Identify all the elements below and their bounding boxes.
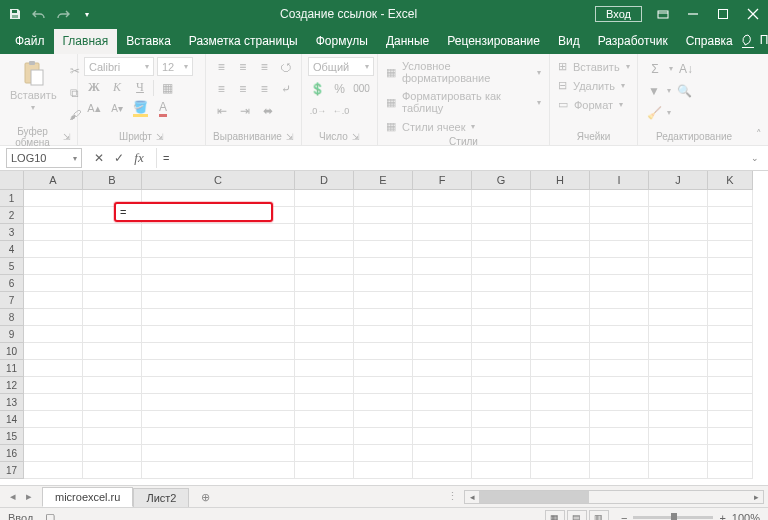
cell[interactable] bbox=[649, 343, 708, 360]
cell[interactable] bbox=[531, 428, 590, 445]
cell[interactable] bbox=[472, 190, 531, 207]
page-break-view-button[interactable]: ▥ bbox=[589, 510, 609, 521]
col-header-C[interactable]: C bbox=[142, 171, 295, 190]
cell[interactable] bbox=[472, 258, 531, 275]
cell[interactable] bbox=[413, 258, 472, 275]
cell[interactable] bbox=[531, 207, 590, 224]
scroll-right-icon[interactable]: ▸ bbox=[749, 492, 763, 502]
cell[interactable] bbox=[24, 258, 83, 275]
clear-button[interactable]: 🧹 bbox=[644, 103, 664, 122]
cell-styles-button[interactable]: ▦Стили ячеек▾ bbox=[384, 119, 543, 134]
ribbon-display-icon[interactable] bbox=[654, 5, 672, 23]
cell[interactable] bbox=[142, 326, 295, 343]
cell[interactable] bbox=[531, 377, 590, 394]
cell[interactable] bbox=[649, 360, 708, 377]
scroll-left-icon[interactable]: ◂ bbox=[465, 492, 479, 502]
collapse-ribbon-icon[interactable]: ˄ bbox=[750, 54, 768, 145]
cell[interactable] bbox=[142, 411, 295, 428]
cell[interactable] bbox=[295, 377, 354, 394]
cell[interactable] bbox=[590, 190, 649, 207]
cell[interactable] bbox=[649, 411, 708, 428]
cell[interactable] bbox=[708, 445, 753, 462]
cell[interactable] bbox=[295, 343, 354, 360]
wrap-text-button[interactable]: ⤶ bbox=[277, 79, 296, 98]
cell[interactable] bbox=[649, 428, 708, 445]
row-header-15[interactable]: 15 bbox=[0, 428, 24, 445]
name-box[interactable]: LOG10▾ bbox=[6, 148, 82, 168]
col-header-A[interactable]: A bbox=[24, 171, 83, 190]
cell[interactable] bbox=[83, 258, 142, 275]
col-header-J[interactable]: J bbox=[649, 171, 708, 190]
font-launcher-icon[interactable]: ⇲ bbox=[156, 132, 164, 142]
cell[interactable] bbox=[24, 309, 83, 326]
cell[interactable] bbox=[24, 462, 83, 479]
cell[interactable] bbox=[142, 445, 295, 462]
cell[interactable] bbox=[531, 360, 590, 377]
cell[interactable] bbox=[531, 258, 590, 275]
cell[interactable] bbox=[354, 292, 413, 309]
add-sheet-button[interactable]: ⊕ bbox=[189, 488, 213, 507]
cell[interactable] bbox=[142, 190, 295, 207]
cell[interactable] bbox=[24, 394, 83, 411]
tab-review[interactable]: Рецензирование bbox=[438, 29, 549, 54]
cell[interactable] bbox=[708, 309, 753, 326]
border-button[interactable]: ▦ bbox=[157, 78, 177, 97]
cell[interactable] bbox=[413, 292, 472, 309]
tell-me-input[interactable]: Помощн bbox=[760, 33, 768, 47]
cell[interactable] bbox=[531, 462, 590, 479]
merge-button[interactable]: ⬌ bbox=[258, 101, 278, 120]
cell[interactable] bbox=[142, 275, 295, 292]
cells-insert-button[interactable]: ⊞Вставить▾ bbox=[556, 59, 632, 74]
cell[interactable] bbox=[295, 326, 354, 343]
cell[interactable] bbox=[354, 394, 413, 411]
cell[interactable] bbox=[472, 462, 531, 479]
close-icon[interactable] bbox=[744, 5, 762, 23]
bold-button[interactable]: Ж bbox=[84, 78, 104, 97]
macro-record-icon[interactable]: ▢ bbox=[45, 511, 55, 520]
cell[interactable] bbox=[354, 411, 413, 428]
col-header-K[interactable]: K bbox=[708, 171, 753, 190]
cell[interactable] bbox=[24, 190, 83, 207]
cell[interactable] bbox=[83, 411, 142, 428]
cell[interactable] bbox=[295, 190, 354, 207]
row-header-9[interactable]: 9 bbox=[0, 326, 24, 343]
cell[interactable] bbox=[83, 275, 142, 292]
cell[interactable] bbox=[590, 326, 649, 343]
col-header-H[interactable]: H bbox=[531, 171, 590, 190]
cell[interactable] bbox=[649, 258, 708, 275]
cell[interactable] bbox=[472, 445, 531, 462]
signin-button[interactable]: Вход bbox=[595, 6, 642, 22]
cell[interactable] bbox=[590, 411, 649, 428]
row-header-11[interactable]: 11 bbox=[0, 360, 24, 377]
cell[interactable] bbox=[83, 241, 142, 258]
cell[interactable] bbox=[472, 207, 531, 224]
cell[interactable] bbox=[472, 394, 531, 411]
cell[interactable] bbox=[354, 377, 413, 394]
cell[interactable] bbox=[295, 258, 354, 275]
cell[interactable] bbox=[83, 190, 142, 207]
cell[interactable] bbox=[472, 292, 531, 309]
row-header-6[interactable]: 6 bbox=[0, 275, 24, 292]
cell[interactable] bbox=[142, 462, 295, 479]
increase-decimal-button[interactable]: .0→ bbox=[308, 101, 328, 120]
cell[interactable] bbox=[413, 224, 472, 241]
percent-button[interactable]: % bbox=[330, 79, 349, 98]
cell[interactable] bbox=[708, 258, 753, 275]
format-as-table-button[interactable]: ▦Форматировать как таблицу▾ bbox=[384, 89, 543, 115]
cell[interactable] bbox=[142, 292, 295, 309]
decrease-font-button[interactable]: A▾ bbox=[107, 99, 127, 118]
row-header-16[interactable]: 16 bbox=[0, 445, 24, 462]
col-header-G[interactable]: G bbox=[472, 171, 531, 190]
accounting-button[interactable]: 💲 bbox=[308, 79, 327, 98]
row-header-4[interactable]: 4 bbox=[0, 241, 24, 258]
cell[interactable] bbox=[24, 445, 83, 462]
cell[interactable] bbox=[590, 258, 649, 275]
cell[interactable] bbox=[354, 190, 413, 207]
cell[interactable] bbox=[531, 309, 590, 326]
cell[interactable] bbox=[649, 326, 708, 343]
cell[interactable] bbox=[472, 326, 531, 343]
cell[interactable] bbox=[24, 360, 83, 377]
cell[interactable] bbox=[354, 343, 413, 360]
align-middle-button[interactable]: ≡ bbox=[234, 57, 253, 76]
tab-view[interactable]: Вид bbox=[549, 29, 589, 54]
